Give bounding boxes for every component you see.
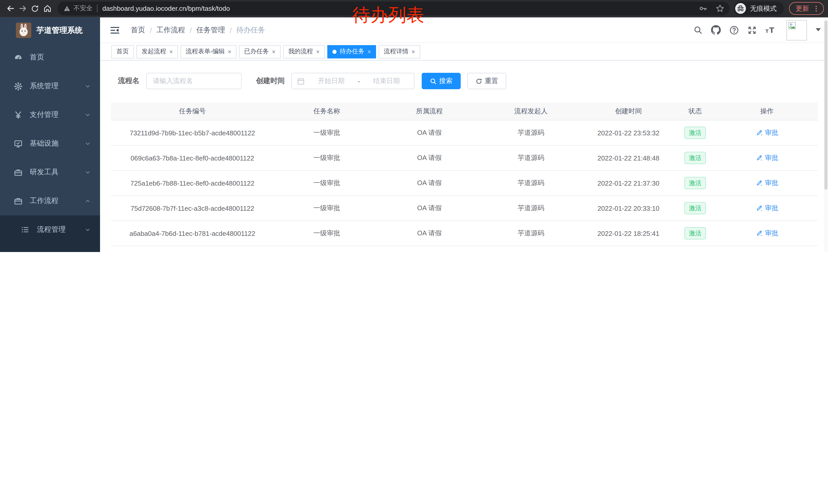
breadcrumb-task-mgmt[interactable]: 任务管理 [197,26,225,35]
table-row: 73211d9d-7b9b-11ec-b5b7-acde48001122一级审批… [111,120,818,145]
tab-item-0[interactable]: 首页 [111,45,134,58]
approve-label: 审批 [765,178,778,187]
tab-close-icon[interactable]: × [316,48,320,55]
tab-label: 流程详情 [384,47,408,56]
cell-task-id: 069c6a63-7b8a-11ec-8ef0-acde48001122 [111,145,274,171]
reload-icon[interactable] [29,3,41,14]
approve-link[interactable]: 审批 [756,178,778,187]
cell-task-id: 75d72608-7b7f-11ec-a3c8-acde48001122 [111,196,274,221]
tab-label: 首页 [117,47,129,56]
cell-starter: 芋道源码 [479,221,583,246]
security-label[interactable]: 不安全 [73,4,93,13]
tab-label: 发起流程 [141,47,166,56]
sidebar: 芋道管理系统 首页 系统管理 支付管理 基础设施 [0,17,100,252]
back-icon[interactable] [5,3,16,14]
app-logo[interactable]: 芋道管理系统 [0,17,100,43]
omnibox-divider [97,5,97,12]
update-button[interactable]: 更新 [789,2,824,15]
cell-starter: 芋道源码 [479,145,583,171]
cell-status: 激活 [674,120,716,145]
cell-action: 审批 [716,196,818,221]
tab-close-icon[interactable]: × [228,48,232,55]
table-row: 725a1eb6-7b88-11ec-8ef0-acde48001122一级审批… [111,171,818,196]
column-header: 任务名称 [274,102,380,120]
tab-close-icon[interactable]: × [367,48,371,55]
browser-menu-icon[interactable] [813,5,820,12]
chevron-down-icon [85,83,91,89]
cell-created-time: 2022-01-21 22:43:55 [583,246,674,252]
home-icon[interactable] [42,3,53,14]
cell-status: 激活 [674,196,716,221]
url-text[interactable]: dashboard.yudao.iocoder.cn/bpm/task/todo [102,5,230,12]
breadcrumb: 首页 / 工作流程 / 任务管理 / 待办任务 [131,26,265,35]
cell-action: 审批 [716,221,818,246]
sidebar-item-devtools[interactable]: 研发工具 [0,158,100,187]
svg-text:T: T [765,28,769,34]
cell-action: 审批 [716,120,818,145]
sidebar-item-workflow[interactable]: 工作流程 [0,187,100,215]
table-row: 75d72608-7b7f-11ec-a3c8-acde48001122一级审批… [111,196,818,221]
breadcrumb-home[interactable]: 首页 [131,26,145,35]
date-range-input[interactable]: 开始日期 - 结束日期 [291,73,415,89]
browser-scrollbar[interactable] [824,17,828,252]
cell-created-time: 2022-01-22 21:37:30 [583,171,674,196]
reset-button[interactable]: 重置 [467,73,506,89]
process-name-input[interactable]: 请输入流程名 [146,73,242,89]
scrollbar-thumb[interactable] [824,20,827,190]
tab-item-6[interactable]: 流程详情× [379,45,420,58]
chevron-down-icon [85,140,91,147]
tags-view: 首页发起流程×流程表单-编辑×已办任务×我的流程×待办任务×流程详情× [100,43,828,60]
approve-link[interactable]: 审批 [756,228,778,238]
tab-item-1[interactable]: 发起流程× [136,45,178,58]
yen-icon [13,110,23,119]
fullscreen-icon[interactable] [747,26,757,35]
cell-created-time: 2022-01-22 18:25:41 [583,221,674,246]
avatar[interactable] [786,20,807,40]
sidebar-item-system[interactable]: 系统管理 [0,72,100,100]
approve-link[interactable]: 审批 [756,203,778,213]
cell-process: OA 请假 [380,145,479,171]
top-navbar: 首页 / 工作流程 / 任务管理 / 待办任务 TT [100,17,828,43]
sidebar-item-task-mgmt[interactable]: 任务管理 [0,244,100,252]
sidebar-item-payment[interactable]: 支付管理 [0,100,100,129]
cell-starter: 芋道源码 [479,196,583,221]
help-icon[interactable] [730,26,739,35]
sidebar-item-home[interactable]: 首页 [0,43,100,72]
incognito-label: 无痕模式 [750,4,777,13]
tab-item-2[interactable]: 流程表单-编辑× [180,45,237,58]
tab-label: 流程表单-编辑 [186,47,225,56]
approve-link[interactable]: 审批 [756,153,778,162]
column-header: 操作 [716,102,818,120]
user-menu-caret-icon[interactable] [816,28,821,32]
search-icon[interactable] [694,26,702,34]
approve-link[interactable]: 审批 [756,128,778,137]
forward-icon[interactable] [17,3,28,14]
table-header-row: 任务编号任务名称所属流程流程发起人创建时间状态操作 [111,102,818,120]
font-size-icon[interactable]: TT [765,26,776,35]
tab-close-icon[interactable]: × [272,48,276,55]
sidebar-item-infra[interactable]: 基础设施 [0,129,100,158]
column-header: 创建时间 [583,102,674,120]
url-bar[interactable]: 不安全 dashboard.yudao.iocoder.cn/bpm/task/… [57,2,730,15]
tab-close-icon[interactable]: × [411,48,415,55]
cell-process: OA 请假 [380,221,479,246]
sidebar-item-process-mgmt[interactable]: 流程管理 [0,215,100,244]
status-badge: 激活 [685,152,706,164]
cell-status: 激活 [674,171,716,196]
password-key-icon[interactable] [699,4,707,13]
incognito-icon [735,3,746,14]
calendar-icon [297,77,305,85]
update-label[interactable]: 更新 [796,4,809,13]
tab-item-4[interactable]: 我的流程× [283,45,325,58]
create-time-label: 创建时间 [256,77,285,86]
column-header: 任务编号 [111,102,274,120]
github-icon[interactable] [711,25,721,35]
bookmark-star-icon[interactable] [716,4,724,13]
tab-close-icon[interactable]: × [169,48,173,55]
breadcrumb-workflow[interactable]: 工作流程 [157,26,185,35]
tab-item-5[interactable]: 待办任务× [327,45,376,58]
search-button[interactable]: 搜索 [422,73,461,89]
sidebar-fold-icon[interactable] [110,26,120,34]
cell-action: 审批 [716,171,818,196]
tab-item-3[interactable]: 已办任务× [239,45,281,58]
